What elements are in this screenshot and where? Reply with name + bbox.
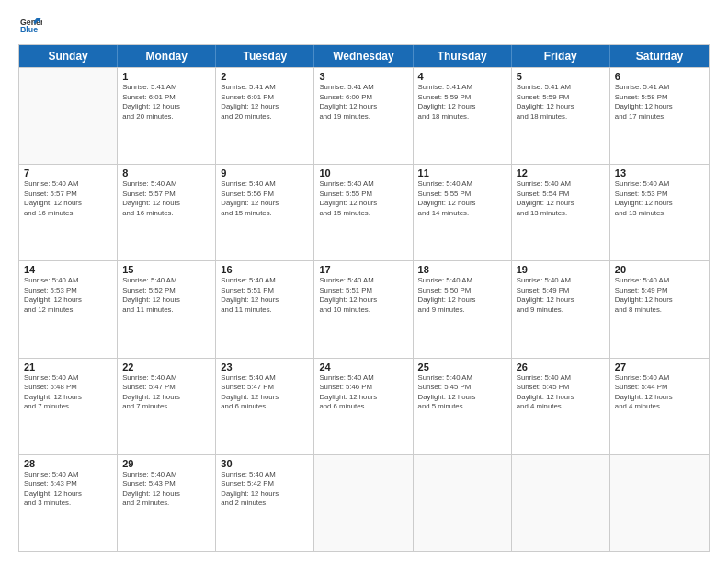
cal-cell: 19Sunrise: 5:40 AM Sunset: 5:49 PM Dayli… [512,261,610,357]
header-day-monday: Monday [118,45,216,67]
cell-info: Sunrise: 5:40 AM Sunset: 5:49 PM Dayligh… [517,276,605,315]
cal-cell: 7Sunrise: 5:40 AM Sunset: 5:57 PM Daylig… [19,165,118,260]
cal-row-1: 7Sunrise: 5:40 AM Sunset: 5:57 PM Daylig… [19,164,709,260]
cal-cell: 17Sunrise: 5:40 AM Sunset: 5:51 PM Dayli… [314,261,413,357]
cal-cell: 28Sunrise: 5:40 AM Sunset: 5:43 PM Dayli… [19,455,118,551]
day-number: 7 [24,167,112,178]
day-number: 15 [122,264,210,275]
cal-cell: 3Sunrise: 5:41 AM Sunset: 6:00 PM Daylig… [314,68,413,164]
day-number: 25 [418,362,506,373]
day-number: 22 [122,362,210,373]
day-number: 21 [24,362,112,373]
cal-row-2: 14Sunrise: 5:40 AM Sunset: 5:53 PM Dayli… [19,260,709,357]
cell-info: Sunrise: 5:40 AM Sunset: 5:42 PM Dayligh… [221,470,309,509]
cell-info: Sunrise: 5:40 AM Sunset: 5:47 PM Dayligh… [221,373,309,412]
cal-cell: 4Sunrise: 5:41 AM Sunset: 5:59 PM Daylig… [414,68,512,164]
cell-info: Sunrise: 5:40 AM Sunset: 5:43 PM Dayligh… [122,470,210,509]
day-number: 8 [122,167,210,178]
cal-cell: 21Sunrise: 5:40 AM Sunset: 5:48 PM Dayli… [19,359,118,454]
cell-info: Sunrise: 5:40 AM Sunset: 5:45 PM Dayligh… [418,373,506,412]
cell-info: Sunrise: 5:40 AM Sunset: 5:49 PM Dayligh… [615,276,704,315]
cal-cell: 18Sunrise: 5:40 AM Sunset: 5:50 PM Dayli… [414,261,512,357]
cal-cell [512,455,610,551]
day-number: 28 [24,458,112,469]
day-number: 5 [517,71,605,82]
cal-cell: 23Sunrise: 5:40 AM Sunset: 5:47 PM Dayli… [216,359,314,454]
cal-row-0: 1Sunrise: 5:41 AM Sunset: 6:01 PM Daylig… [19,67,709,164]
day-number: 30 [221,458,309,469]
cell-info: Sunrise: 5:40 AM Sunset: 5:51 PM Dayligh… [221,276,309,315]
day-number: 17 [319,264,407,275]
header-day-friday: Friday [512,45,610,67]
cell-info: Sunrise: 5:40 AM Sunset: 5:55 PM Dayligh… [319,179,407,218]
cell-info: Sunrise: 5:40 AM Sunset: 5:46 PM Dayligh… [319,373,407,412]
cal-cell: 16Sunrise: 5:40 AM Sunset: 5:51 PM Dayli… [216,261,314,357]
header-day-saturday: Saturday [610,45,709,67]
cal-cell: 25Sunrise: 5:40 AM Sunset: 5:45 PM Dayli… [414,359,512,454]
cell-info: Sunrise: 5:40 AM Sunset: 5:56 PM Dayligh… [221,179,309,218]
cell-info: Sunrise: 5:40 AM Sunset: 5:52 PM Dayligh… [122,276,210,315]
cal-row-3: 21Sunrise: 5:40 AM Sunset: 5:48 PM Dayli… [19,358,709,454]
cal-cell: 20Sunrise: 5:40 AM Sunset: 5:49 PM Dayli… [610,261,709,357]
cal-cell: 14Sunrise: 5:40 AM Sunset: 5:53 PM Dayli… [19,261,118,357]
header-day-sunday: Sunday [19,45,118,67]
day-number: 10 [319,167,407,178]
cell-info: Sunrise: 5:40 AM Sunset: 5:44 PM Dayligh… [615,373,704,412]
page: General Blue SundayMondayTuesdayWednesda… [0,0,728,563]
header-day-tuesday: Tuesday [216,45,314,67]
svg-text:Blue: Blue [20,25,38,34]
cal-cell: 29Sunrise: 5:40 AM Sunset: 5:43 PM Dayli… [118,455,216,551]
cell-info: Sunrise: 5:40 AM Sunset: 5:53 PM Dayligh… [615,179,704,218]
cal-cell: 2Sunrise: 5:41 AM Sunset: 6:01 PM Daylig… [216,68,314,164]
cal-cell [314,455,413,551]
cal-cell: 10Sunrise: 5:40 AM Sunset: 5:55 PM Dayli… [314,165,413,260]
day-number: 29 [122,458,210,469]
day-number: 9 [221,167,309,178]
day-number: 27 [615,362,704,373]
cal-cell: 26Sunrise: 5:40 AM Sunset: 5:45 PM Dayli… [512,359,610,454]
day-number: 2 [221,71,309,82]
cal-cell: 1Sunrise: 5:41 AM Sunset: 6:01 PM Daylig… [118,68,216,164]
cal-cell: 15Sunrise: 5:40 AM Sunset: 5:52 PM Dayli… [118,261,216,357]
day-number: 23 [221,362,309,373]
cell-info: Sunrise: 5:41 AM Sunset: 6:00 PM Dayligh… [319,83,407,121]
logo-icon: General Blue [20,17,42,35]
cell-info: Sunrise: 5:41 AM Sunset: 5:58 PM Dayligh… [615,83,704,121]
day-number: 20 [615,264,704,275]
cell-info: Sunrise: 5:40 AM Sunset: 5:57 PM Dayligh… [24,179,112,218]
cal-cell [414,455,512,551]
cal-cell: 27Sunrise: 5:40 AM Sunset: 5:44 PM Dayli… [610,359,709,454]
day-number: 26 [517,362,605,373]
day-number: 19 [517,264,605,275]
cal-cell: 8Sunrise: 5:40 AM Sunset: 5:57 PM Daylig… [118,165,216,260]
cal-cell [19,68,118,164]
header-day-thursday: Thursday [414,45,512,67]
cell-info: Sunrise: 5:41 AM Sunset: 6:01 PM Dayligh… [221,83,309,121]
day-number: 11 [418,167,506,178]
cell-info: Sunrise: 5:40 AM Sunset: 5:57 PM Dayligh… [122,179,210,218]
day-number: 16 [221,264,309,275]
cell-info: Sunrise: 5:40 AM Sunset: 5:43 PM Dayligh… [24,470,112,509]
day-number: 13 [615,167,704,178]
cal-cell: 5Sunrise: 5:41 AM Sunset: 5:59 PM Daylig… [512,68,610,164]
cal-cell: 24Sunrise: 5:40 AM Sunset: 5:46 PM Dayli… [314,359,413,454]
cell-info: Sunrise: 5:40 AM Sunset: 5:45 PM Dayligh… [517,373,605,412]
cell-info: Sunrise: 5:41 AM Sunset: 5:59 PM Dayligh… [517,83,605,121]
cal-cell: 13Sunrise: 5:40 AM Sunset: 5:53 PM Dayli… [610,165,709,260]
calendar-body: 1Sunrise: 5:41 AM Sunset: 6:01 PM Daylig… [19,67,709,551]
day-number: 24 [319,362,407,373]
cal-cell: 6Sunrise: 5:41 AM Sunset: 5:58 PM Daylig… [610,68,709,164]
header-day-wednesday: Wednesday [314,45,413,67]
cal-cell: 11Sunrise: 5:40 AM Sunset: 5:55 PM Dayli… [414,165,512,260]
calendar-header: SundayMondayTuesdayWednesdayThursdayFrid… [19,45,709,67]
cell-info: Sunrise: 5:40 AM Sunset: 5:53 PM Dayligh… [24,276,112,315]
day-number: 12 [517,167,605,178]
cell-info: Sunrise: 5:40 AM Sunset: 5:55 PM Dayligh… [418,179,506,218]
cal-cell: 30Sunrise: 5:40 AM Sunset: 5:42 PM Dayli… [216,455,314,551]
day-number: 3 [319,71,407,82]
cell-info: Sunrise: 5:40 AM Sunset: 5:50 PM Dayligh… [418,276,506,315]
day-number: 18 [418,264,506,275]
cell-info: Sunrise: 5:40 AM Sunset: 5:51 PM Dayligh… [319,276,407,315]
header: General Blue [18,17,710,35]
day-number: 14 [24,264,112,275]
